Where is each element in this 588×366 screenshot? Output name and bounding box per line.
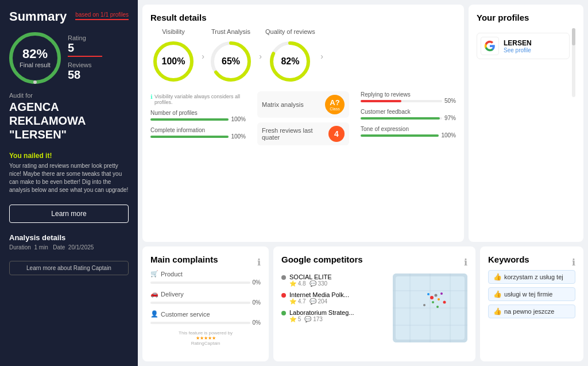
competitor-2-stats: ⭐ 4.7 💬 204 [289,298,349,305]
trust-chevron[interactable]: › [259,52,262,61]
fresh-item: Fresh reviews last quater 4 [257,122,349,145]
brand-name: RatingCaptain [150,341,261,346]
trust-label: Trust Analysis [211,28,250,35]
keywords-title: Keywords [488,255,529,264]
trust-value: 65% [222,56,240,67]
keywords-info-icon[interactable]: ℹ [572,257,575,268]
reviews-stat: Reviews 58 [68,61,102,82]
based-on-text: based on 1/1 profiles [75,11,129,20]
svg-point-15 [435,294,438,297]
replying-bar-bg [361,100,442,102]
keyword-1[interactable]: 👍 korzystam z usług tej [488,270,575,284]
feedback-bar: 97% [361,115,456,121]
profile-item[interactable]: LERSEN See profile [477,33,570,59]
quality-donut: 82% [267,38,313,84]
competitor-2-name: Internet Media Polk... [289,291,349,298]
competitor-3-reviews: 💬 173 [304,316,322,322]
sidebar-title: Summary [9,9,67,24]
delivery-icon: 🚗 [150,290,158,298]
competitors-header: Google competitors ℹ [281,255,467,270]
service-icon: 👤 [150,310,158,318]
svg-point-22 [436,306,439,308]
fresh-label: Fresh reviews last quater [262,127,324,141]
competitor-2-rating: ⭐ 4.7 [289,298,306,305]
nailed-section: You nailed it! Your rating and reviews n… [9,147,129,194]
service-pct: 0% [253,319,261,326]
competitors-panel: Google competitors ℹ SOCIAL ELITE ⭐ 4.8 … [273,246,475,361]
competitor-1-name: SOCIAL ELITE [289,273,332,280]
profile-info: LERSEN See profile [504,39,532,53]
sidebar-header: Summary based on 1/1 profiles [9,9,129,24]
keyword-3[interactable]: 👍 na pewno jeszcze [488,305,575,318]
rating-label: Rating [68,34,102,41]
complaints-info-icon[interactable]: ℹ [257,257,261,268]
visibility-donut: 100% [150,38,196,84]
matrix-label: Matrix analysis [262,101,320,108]
competitor-3-dot [281,311,286,315]
competitor-1: SOCIAL ELITE ⭐ 4.8 💬 330 [281,273,387,287]
tone-value: 100% [441,132,456,138]
final-label: Final result [20,61,51,69]
rating-divider [68,56,102,57]
complete-info-label: Complete information [150,127,246,133]
matrix-item: Matrix analysis A? Class [257,91,349,118]
num-profiles-bar-bg [150,118,229,121]
service-bar-bg [150,322,250,324]
fresh-value: 4 [328,126,345,142]
tone-metric: Tone of expression 100% [361,126,456,138]
feedback-value: 97% [444,115,456,121]
learn-rc-button[interactable]: Learn more about Rating Captain [9,261,129,275]
quality-chevron[interactable]: › [320,52,323,61]
matrix-badge: A? Class [325,95,345,114]
left-metrics: ℹ Visibility variable always considers a… [150,91,246,145]
map-placeholder [393,273,467,342]
feedback-bar-bg [361,117,442,120]
competitors-info-icon[interactable]: ℹ [464,257,467,268]
quality-metric: Quality of reviews 82% › [265,28,315,84]
complete-info-value: 100% [231,133,246,140]
svg-point-16 [438,298,440,300]
duration-label: Duration [9,244,31,251]
gauge-stats: Rating 5 Reviews 58 [68,34,102,82]
complaint-delivery-bar: 0% [150,299,261,306]
top-row: Result details Visibility 100% › [142,5,583,242]
date-value: 20/1/2025 [68,244,94,251]
svg-point-18 [427,293,430,295]
tone-label: Tone of expression [361,126,456,132]
google-icon [481,37,499,55]
competitors-list: SOCIAL ELITE ⭐ 4.8 💬 330 Internet Media … [281,273,387,342]
complaint-product-bar: 0% [150,279,261,286]
stars: ★★★★★ [150,336,261,341]
duration-row: Duration 1 min Date 20/1/2025 [9,244,129,251]
result-details-panel: Result details Visibility 100% › [142,5,464,242]
competitor-1-dot [281,275,286,280]
replying-value: 50% [444,98,456,104]
profiles-content: LERSEN See profile [477,28,575,97]
audit-section: Audit for AGENCA REKLAMOWA "LERSEN" [9,90,129,141]
competitor-1-info: SOCIAL ELITE ⭐ 4.8 💬 330 [289,273,332,287]
scrollbar-thumb [572,28,575,45]
competitor-3-stats: ⭐ 5 💬 173 [289,316,354,322]
competitor-2-dot [281,293,286,298]
reviews-value: 58 [68,68,102,82]
visibility-chevron[interactable]: › [202,52,204,61]
complaint-service-bar: 0% [150,319,261,326]
trust-donut: 65% [208,38,254,84]
profile-link[interactable]: See profile [504,47,532,53]
svg-point-21 [423,304,425,306]
scrollbar[interactable] [572,28,575,97]
learn-more-button[interactable]: Learn more [9,205,129,223]
num-profiles-metric: Number of profiles 100% [150,110,246,122]
bottom-metrics: ℹ Visibility variable always considers a… [150,91,456,145]
metrics-row: Visibility 100% › Trust Analysis [150,28,456,84]
complaint-service-label: 👤 Customer service [150,310,261,318]
analysis-details: Analysis details Duration 1 min Date 20/… [9,233,129,252]
keyword-2[interactable]: 👍 usługi w tej firmie [488,287,575,301]
complaint-delivery-label: 🚗 Delivery [150,290,261,298]
duration-value: 1 min [34,244,48,251]
complaints-panel: Main complaints ℹ 🛒 Product 0% 🚗 [142,246,269,361]
nailed-title: You nailed it! [9,152,129,160]
audit-label: Audit for [9,92,129,99]
powered-text: This feature is powered by [150,330,261,336]
tone-bar: 100% [361,132,456,138]
